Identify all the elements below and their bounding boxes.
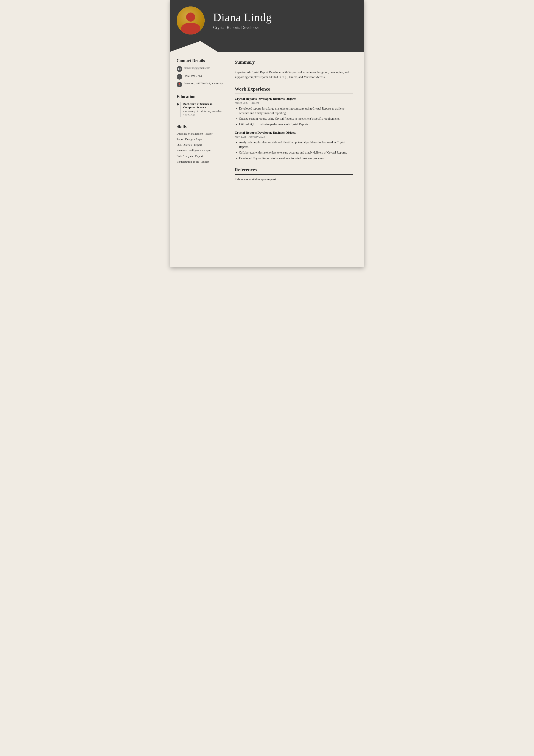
edu-bullet-icon (177, 103, 179, 105)
summary-section: Summary Experienced Crystal Report Devel… (235, 59, 353, 80)
candidate-name: Diana Lindg (213, 11, 272, 24)
main-content: Summary Experienced Crystal Report Devel… (228, 52, 364, 267)
job-bullet: Analyzed complex data models and identif… (239, 140, 353, 149)
header-text: Diana Lindg Crystal Reports Developer (213, 11, 272, 30)
edu-school: University of California, Berkeley (183, 110, 223, 113)
edu-years: 2017 - 2021 (183, 114, 223, 117)
job-bullet: Developed reports for a large manufactur… (239, 106, 353, 115)
summary-section-title: Summary (235, 59, 353, 67)
candidate-title: Crystal Reports Developer (213, 25, 272, 30)
job-bullet: Created custom reports using Crystal Rep… (239, 117, 353, 121)
job-title-2: Crystal Reports Developer, Business Obje… (235, 131, 353, 135)
edu-degree: Bachelor's of Science in Computer Scienc… (183, 102, 223, 109)
skill-item: Report Design - Expert (177, 138, 223, 141)
phone-value: (862) 808 7712 (184, 74, 202, 77)
skill-item: Business Intelligence - Expert (177, 149, 223, 152)
job-bullet: Developed Crystal Reports to be used in … (239, 156, 353, 160)
skill-item: Database Management - Expert (177, 132, 223, 135)
education-section-title: Education (177, 94, 223, 99)
job-bullet: Utilized SQL to optimize performance of … (239, 122, 353, 126)
summary-text: Experienced Crystal Report Developer wit… (235, 70, 353, 80)
job-bullet: Collaborated with stakeholders to ensure… (239, 150, 353, 155)
job-bullets-2: Analyzed complex data models and identif… (239, 140, 353, 160)
contact-location-item: 📍 Mosefort, 48672-4044, Kentucky (177, 82, 223, 87)
contact-section-title: Contact Details (177, 58, 223, 63)
chevron-decoration (170, 41, 364, 52)
sidebar: Contact Details ✉ dianalindg@gmail.com 📞… (170, 52, 228, 267)
resume-container: Diana Lindg Crystal Reports Developer Co… (170, 0, 364, 267)
job-item-1: Crystal Reports Developer, Business Obje… (235, 97, 353, 126)
education-section: Education Bachelor's of Science in Compu… (177, 94, 223, 117)
job-date-2: May 2021 - February 2023 (235, 135, 353, 138)
avatar (177, 7, 205, 35)
skills-section-title: Skills (177, 124, 223, 129)
skills-section: Skills Database Management - Expert Repo… (177, 124, 223, 163)
body-layout: Contact Details ✉ dianalindg@gmail.com 📞… (170, 52, 364, 267)
job-date-1: March 2023 - Present (235, 101, 353, 105)
location-value: Mosefort, 48672-4044, Kentucky (184, 82, 223, 85)
email-icon: ✉ (177, 66, 182, 72)
contact-email-item: ✉ dianalindg@gmail.com (177, 66, 223, 72)
skill-item: Data Analysis - Expert (177, 154, 223, 158)
job-item-2: Crystal Reports Developer, Business Obje… (235, 131, 353, 160)
education-item: Bachelor's of Science in Computer Scienc… (177, 102, 223, 117)
contact-section: Contact Details ✉ dianalindg@gmail.com 📞… (177, 58, 223, 87)
header-section: Diana Lindg Crystal Reports Developer (170, 0, 364, 41)
job-bullets-1: Developed reports for a large manufactur… (239, 106, 353, 126)
references-text: References available upon request (235, 178, 353, 181)
job-title-1: Crystal Reports Developer, Business Obje… (235, 97, 353, 101)
email-value: dianalindg@gmail.com (184, 66, 210, 70)
contact-phone-item: 📞 (862) 808 7712 (177, 74, 223, 80)
location-icon: 📍 (177, 82, 182, 87)
work-experience-section: Work Experience Crystal Reports Develope… (235, 86, 353, 160)
skill-item: SQL Queries - Expert (177, 143, 223, 147)
references-section-title: References (235, 167, 353, 175)
skill-item: Visualization Tools - Expert (177, 160, 223, 163)
edu-details: Bachelor's of Science in Computer Scienc… (181, 102, 223, 117)
phone-icon: 📞 (177, 74, 182, 80)
references-section: References References available upon req… (235, 167, 353, 181)
work-experience-title: Work Experience (235, 86, 353, 94)
